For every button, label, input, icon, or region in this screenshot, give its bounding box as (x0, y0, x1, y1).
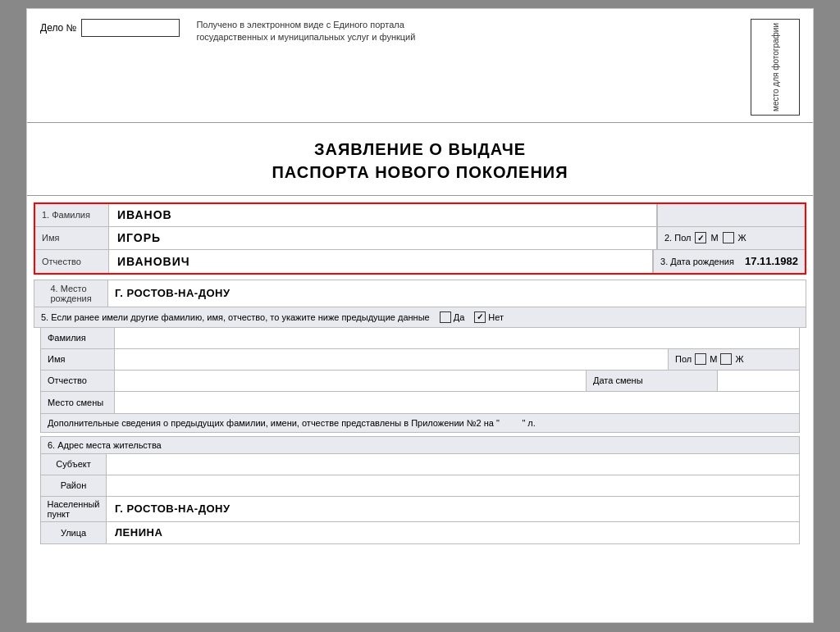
delo-label: Дело № (40, 22, 76, 34)
name-section: 1. Фамилия ИВАНОВ Имя ИГОРЬ 2. Пол ✓ М Ж… (34, 202, 806, 275)
dob-label: 3. Дата рождения (660, 257, 734, 266)
da-checkbox[interactable] (440, 311, 451, 323)
m-label: М (710, 233, 718, 243)
da-block: Да (440, 311, 465, 323)
net-block: ✓ Нет (474, 311, 504, 323)
prev-otchestvo-row: Отчество Дата смены (41, 371, 799, 392)
dob-block: 3. Дата рождения 17.11.1982 (653, 250, 805, 273)
prev-pol-block: Пол М Ж (668, 349, 799, 370)
prev-otchestvo-label: Отчество (41, 371, 115, 391)
prev-imya-value (115, 349, 668, 370)
mesto-smeny-label: Место смены (41, 392, 115, 413)
prev-otchestvo-value (115, 371, 586, 391)
pol-block (657, 204, 805, 226)
zh-checkbox[interactable] (723, 232, 734, 243)
prev-name-table: Фамилия Имя Пол М Ж Отчество Дата смены (40, 328, 800, 414)
rayon-value (107, 475, 799, 496)
prev-imya-label: Имя (41, 349, 115, 370)
header-row: Дело № Получено в электронном виде с Еди… (27, 9, 813, 123)
data-smeny-value (717, 371, 799, 391)
delo-input[interactable] (81, 19, 180, 37)
prev-zh-checkbox[interactable] (720, 353, 732, 365)
dob-value: 17.11.1982 (745, 255, 798, 267)
prev-imya-row: Имя Пол М Ж (41, 349, 799, 371)
imya-row: Имя ИГОРЬ 2. Пол ✓ М Ж (35, 227, 805, 250)
ulica-row: Улица ЛЕНИНА (41, 522, 799, 543)
mesto-label: 4. Место рождения (34, 280, 108, 307)
prev-pol-label: Пол (675, 354, 692, 364)
prev-m-checkbox[interactable] (695, 353, 706, 365)
otchestvo-value: ИВАНОВИЧ (109, 250, 653, 273)
subekt-row: Субъект (41, 454, 799, 475)
ulica-label: Улица (41, 522, 107, 543)
ulica-value: ЛЕНИНА (107, 522, 799, 543)
additional-info-row: Дополнительные сведения о предыдущих фам… (40, 414, 800, 433)
nasel-punkt-label: Населенный пункт (41, 497, 107, 521)
otchestvo-label: Отчество (35, 250, 109, 273)
prev-familiya-value (115, 328, 799, 348)
otchestvo-row: Отчество ИВАНОВИЧ 3. Дата рождения 17.11… (35, 250, 805, 273)
data-smeny-label: Дата смены (593, 375, 643, 385)
da-label: Да (454, 312, 465, 322)
prev-familiya-label: Фамилия (41, 328, 115, 348)
mesto-smeny-row: Место смены (41, 392, 799, 413)
section4-block: 4. Место рождения Г. РОСТОВ-НА-ДОНУ 5. Е… (34, 280, 806, 544)
imya-label: Имя (35, 227, 109, 249)
received-text: Получено в электронном виде с Единого по… (196, 19, 742, 44)
familiya-value: ИВАНОВ (109, 204, 657, 226)
rayon-row: Район (41, 475, 799, 497)
nasel-punkt-value: Г. РОСТОВ-НА-ДОНУ (107, 497, 799, 521)
nasel-punkt-row: Населенный пункт Г. РОСТОВ-НА-ДОНУ (41, 497, 799, 522)
form-page: Дело № Получено в электронном виде с Еди… (26, 8, 814, 623)
subekt-label: Субъект (41, 454, 107, 475)
title-block: ЗАЯВЛЕНИЕ О ВЫДАЧЕ ПАСПОРТА НОВОГО ПОКОЛ… (27, 123, 813, 196)
imya-value: ИГОРЬ (109, 227, 657, 249)
mesto-row: 4. Место рождения Г. РОСТОВ-НА-ДОНУ (34, 280, 806, 307)
pol-label: 2. Пол (664, 233, 691, 243)
address-table: Субъект Район Населенный пункт Г. РОСТОВ… (40, 454, 800, 544)
delo-block: Дело № (40, 19, 180, 37)
photo-strip: место для фотографии (751, 19, 800, 116)
mesto-smeny-value (115, 392, 799, 413)
mesto-value: Г. РОСТОВ-НА-ДОНУ (108, 280, 806, 307)
rayon-label: Район (41, 475, 107, 496)
subekt-value (107, 454, 799, 475)
m-checkbox[interactable]: ✓ (695, 232, 706, 243)
data-smeny-label-block: Дата смены (586, 371, 717, 391)
form-title: ЗАЯВЛЕНИЕ О ВЫДАЧЕ ПАСПОРТА НОВОГО ПОКОЛ… (40, 138, 800, 184)
zh-label: Ж (738, 233, 746, 243)
familiya-row: 1. Фамилия ИВАНОВ (35, 204, 805, 227)
net-checkbox[interactable]: ✓ (474, 311, 486, 323)
section5-header: 5. Если ранее имели другие фамилию, имя,… (34, 307, 806, 328)
familiya-label: 1. Фамилия (35, 204, 109, 226)
pol-right: 2. Пол ✓ М Ж (657, 227, 805, 249)
net-label: Нет (488, 312, 504, 322)
section6-header: 6. Адрес места жительства (40, 436, 800, 454)
prev-familiya-row: Фамилия (41, 328, 799, 349)
